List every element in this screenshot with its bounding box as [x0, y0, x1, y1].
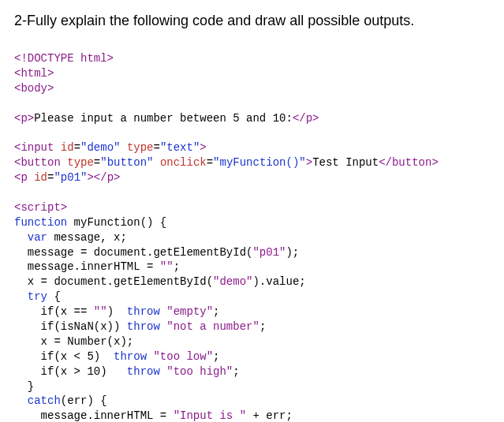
val-button: "button": [100, 156, 153, 169]
kw-var: var: [28, 231, 47, 244]
attr-type2: type: [67, 156, 94, 169]
doctype: <!DOCTYPE html>: [14, 52, 114, 65]
kw-function: function: [14, 216, 67, 229]
kw-throw4: throw: [127, 365, 160, 378]
p-text: Please input a number between 5 and 10:: [34, 112, 293, 125]
input-tag-open: <input: [14, 141, 54, 154]
button-tag-open: <button: [14, 156, 61, 169]
str-empty1: "": [160, 260, 174, 273]
question-title: 2-Fully explain the following code and d…: [14, 13, 490, 29]
button-text: Test Input: [312, 156, 379, 169]
kw-try: try: [28, 290, 47, 303]
script-open: <script>: [14, 201, 67, 214]
p-open: <p>: [14, 112, 34, 125]
str-demo: "demo": [213, 275, 252, 288]
p2-tag-open: <p: [14, 171, 28, 184]
html-open: <html>: [14, 67, 54, 80]
str-toolow: "too low": [153, 350, 213, 363]
str-nan: "not a number": [166, 320, 259, 333]
str-p01: "p01": [252, 246, 286, 259]
attr-type: type: [127, 141, 154, 154]
kw-catch: catch: [28, 394, 61, 407]
attr-id2: id: [34, 171, 47, 184]
p-close: </p>: [293, 112, 319, 125]
kw-throw1: throw: [127, 305, 160, 318]
str-inputis: "Input is ": [174, 409, 246, 422]
kw-throw2: throw: [127, 320, 160, 333]
kw-throw3: throw: [114, 350, 147, 363]
str-empty2: "": [94, 305, 107, 318]
body-open: <body>: [14, 82, 54, 95]
attr-id: id: [61, 141, 74, 154]
code-block: <!DOCTYPE html> <html> <body> <p>Please …: [14, 51, 490, 422]
val-onclick: "myFunction()": [213, 156, 306, 169]
val-text: "text": [160, 141, 200, 154]
p2-tag-close: </p>: [94, 171, 121, 184]
button-tag-close: </button>: [379, 156, 439, 169]
val-demo: "demo": [80, 141, 120, 154]
str-toohigh: "too high": [166, 365, 233, 378]
attr-onclick: onclick: [160, 156, 207, 169]
val-p01: "p01": [54, 171, 87, 184]
str-empty-msg: "empty": [166, 305, 213, 318]
